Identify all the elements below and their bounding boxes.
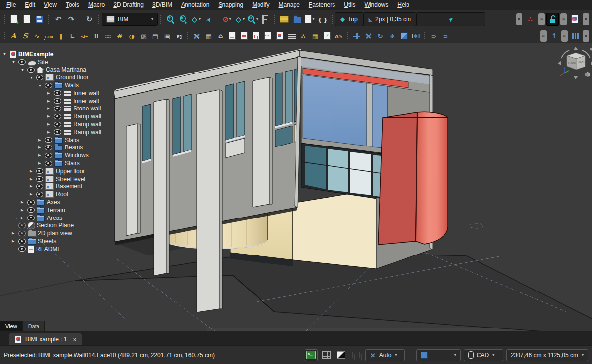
- toolbar-grip[interactable]: [187, 32, 189, 40]
- wall-doc-button[interactable]: [238, 30, 250, 42]
- collapsed-arrow-icon[interactable]: [47, 107, 54, 110]
- toolbar-grip[interactable]: [347, 32, 349, 40]
- hatch-button[interactable]: [138, 30, 149, 42]
- snap-button[interactable]: [363, 30, 374, 42]
- code-doc-button[interactable]: [262, 30, 274, 42]
- offset-button[interactable]: [440, 30, 451, 42]
- dimension-tool-button[interactable]: [43, 30, 55, 42]
- toolbar-grip[interactable]: [3, 15, 5, 24]
- menu-tools[interactable]: Tools: [61, 0, 84, 9]
- mouse-mode-dropdown[interactable]: CAD ▾: [464, 349, 503, 361]
- visibility-on-icon[interactable]: [36, 176, 43, 182]
- box-selection-button[interactable]: ▾: [233, 13, 246, 26]
- collapsed-arrow-icon[interactable]: [38, 138, 45, 142]
- axonometric-view-button[interactable]: ▾: [189, 13, 202, 26]
- menu-macro[interactable]: Macro: [84, 0, 109, 9]
- measure-button[interactable]: [259, 13, 272, 26]
- visibility-on-icon[interactable]: [45, 83, 52, 88]
- visibility-on-icon[interactable]: [27, 215, 35, 220]
- nav-mini-cube-icon[interactable]: [585, 72, 590, 77]
- grid-status-button[interactable]: [321, 350, 333, 361]
- tree-item-areas[interactable]: Areas: [0, 214, 118, 222]
- menu-file[interactable]: File: [2, 0, 20, 9]
- tree-item-stairs[interactable]: Stairs: [0, 159, 118, 167]
- tree-item-ground-floor[interactable]: Ground floor: [0, 73, 118, 81]
- tree-item-axes[interactable]: Axes: [0, 198, 118, 206]
- top-view-button[interactable]: Top: [335, 12, 363, 26]
- refresh-button[interactable]: [83, 13, 96, 26]
- point-tool-button[interactable]: [90, 30, 102, 42]
- tab-data[interactable]: Data: [23, 321, 45, 331]
- visibility-on-icon[interactable]: [36, 75, 43, 80]
- compare-doc-button[interactable]: [274, 30, 286, 42]
- tree-item-sheets[interactable]: Sheets: [0, 237, 118, 245]
- export-button[interactable]: ▾: [303, 13, 316, 26]
- visibility-on-icon[interactable]: [27, 207, 35, 213]
- collapsed-arrow-icon[interactable]: [30, 169, 36, 173]
- trimex-button[interactable]: [386, 30, 398, 42]
- tree-item-windows[interactable]: Windows: [0, 151, 118, 159]
- text-tool-button[interactable]: [7, 30, 19, 42]
- tree-item-terrain[interactable]: Terrain: [0, 206, 118, 214]
- preferences-button[interactable]: [191, 30, 203, 42]
- expressions-button[interactable]: [316, 13, 329, 26]
- menu-view[interactable]: View: [39, 0, 61, 9]
- collapsed-arrow-icon[interactable]: [38, 146, 45, 149]
- collapsed-arrow-icon[interactable]: [47, 130, 54, 134]
- material-button[interactable]: [297, 30, 309, 42]
- tree-item-basement[interactable]: Basement: [0, 183, 118, 191]
- expanded-arrow-icon[interactable]: [30, 76, 36, 79]
- overflow-button[interactable]: [560, 13, 567, 25]
- clip-plane-button[interactable]: ▾: [221, 13, 233, 26]
- tree-item-bimexample[interactable]: BIMExample: [0, 50, 118, 58]
- visibility-on-icon[interactable]: [54, 114, 61, 119]
- tree-item-section-plane[interactable]: Section Plane: [0, 222, 118, 230]
- tree-item-upper-floor[interactable]: Upper floor: [0, 167, 118, 175]
- collapsed-arrow-icon[interactable]: [21, 216, 27, 220]
- menu-annotation[interactable]: Annotation: [177, 0, 214, 9]
- tree-view[interactable]: BIMExampleSiteCasa MartiranaGround floor…: [0, 50, 118, 253]
- point-array-button[interactable]: [102, 30, 114, 42]
- menu-snapping[interactable]: Snapping: [214, 0, 248, 9]
- tree-item-readme[interactable]: README: [0, 245, 118, 253]
- visibility-on-icon[interactable]: [54, 90, 61, 96]
- menu-3d-bim[interactable]: 3D/BIM: [148, 0, 177, 9]
- visibility-off-icon[interactable]: [18, 223, 26, 228]
- viewport-3d[interactable]: FRONT RIGHT BIMExampleSiteCasa Martirana…: [0, 43, 592, 331]
- toolbar-grip[interactable]: [98, 15, 100, 24]
- tree-item-slabs[interactable]: Slabs: [0, 136, 118, 144]
- visibility-on-icon[interactable]: [54, 106, 61, 111]
- document-tab[interactable]: BIMExample : 1 ×: [9, 333, 82, 345]
- visibility-off-icon[interactable]: [18, 231, 26, 236]
- redo-button[interactable]: [65, 13, 77, 26]
- constraints-button[interactable]: [524, 13, 537, 26]
- visibility-on-icon[interactable]: [54, 129, 61, 135]
- open-file-button[interactable]: [20, 13, 33, 26]
- collapsed-arrow-icon[interactable]: [30, 177, 36, 181]
- collapsed-arrow-icon[interactable]: [12, 239, 18, 243]
- visibility-on-icon[interactable]: [18, 59, 26, 65]
- undo-button[interactable]: [52, 13, 65, 26]
- menu-windows[interactable]: Windows: [360, 0, 393, 9]
- toolbar-grip[interactable]: [160, 15, 162, 24]
- collapsed-arrow-icon[interactable]: [47, 114, 54, 118]
- expanded-arrow-icon[interactable]: [3, 52, 9, 56]
- tree-item-inner-wall[interactable]: Inner wall: [0, 89, 118, 97]
- tree-item-roof[interactable]: Roof: [0, 190, 118, 198]
- collapsed-arrow-icon[interactable]: [21, 200, 27, 204]
- collapsed-arrow-icon[interactable]: [21, 208, 27, 212]
- toolbar-grip[interactable]: [48, 15, 50, 24]
- tree-item-ramp-wall[interactable]: Ramp wall: [0, 120, 118, 128]
- collapsed-arrow-icon[interactable]: [47, 122, 54, 126]
- expanded-arrow-icon[interactable]: [38, 84, 45, 87]
- menu-utils[interactable]: Utils: [339, 0, 360, 9]
- zoom-selection-button[interactable]: ➤: [177, 13, 189, 26]
- move-button[interactable]: [351, 30, 363, 42]
- tree-item-casa-martirana[interactable]: Casa Martirana: [0, 66, 118, 74]
- tree-item-ramp-wall[interactable]: Ramp wall: [0, 112, 118, 120]
- layers-button[interactable]: [286, 30, 297, 42]
- collapsed-arrow-icon[interactable]: [30, 184, 36, 188]
- clone-view-button[interactable]: [350, 350, 362, 361]
- expanded-arrow-icon[interactable]: [21, 68, 27, 72]
- draw-style-button[interactable]: [335, 350, 347, 361]
